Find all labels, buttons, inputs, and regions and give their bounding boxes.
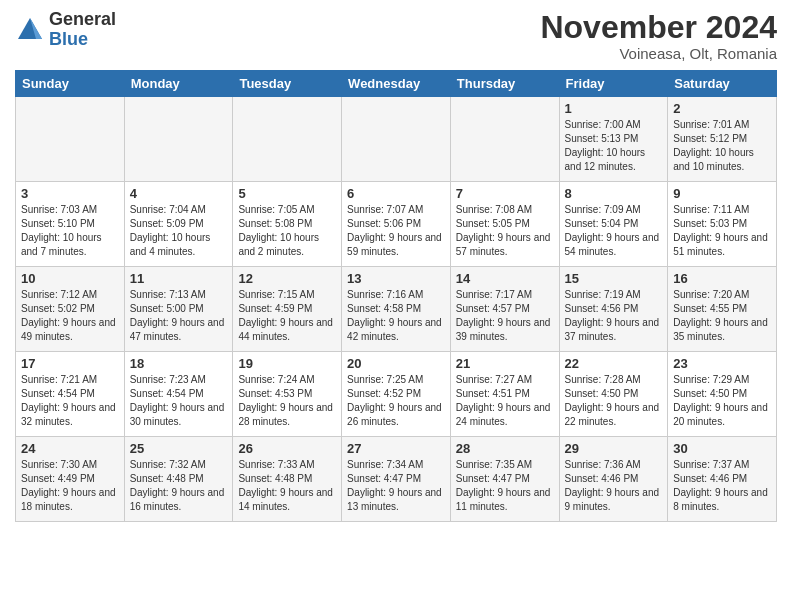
day-number: 23 xyxy=(673,356,771,371)
calendar-cell: 23Sunrise: 7:29 AM Sunset: 4:50 PM Dayli… xyxy=(668,352,777,437)
col-header-friday: Friday xyxy=(559,71,668,97)
col-header-sunday: Sunday xyxy=(16,71,125,97)
calendar-cell: 1Sunrise: 7:00 AM Sunset: 5:13 PM Daylig… xyxy=(559,97,668,182)
calendar-header-row: SundayMondayTuesdayWednesdayThursdayFrid… xyxy=(16,71,777,97)
calendar-cell: 15Sunrise: 7:19 AM Sunset: 4:56 PM Dayli… xyxy=(559,267,668,352)
day-number: 29 xyxy=(565,441,663,456)
calendar-cell xyxy=(16,97,125,182)
logo-text: General Blue xyxy=(49,10,116,50)
calendar-cell: 16Sunrise: 7:20 AM Sunset: 4:55 PM Dayli… xyxy=(668,267,777,352)
calendar-week-row: 17Sunrise: 7:21 AM Sunset: 4:54 PM Dayli… xyxy=(16,352,777,437)
calendar-cell: 20Sunrise: 7:25 AM Sunset: 4:52 PM Dayli… xyxy=(342,352,451,437)
calendar-cell: 26Sunrise: 7:33 AM Sunset: 4:48 PM Dayli… xyxy=(233,437,342,522)
calendar-week-row: 24Sunrise: 7:30 AM Sunset: 4:49 PM Dayli… xyxy=(16,437,777,522)
calendar-cell xyxy=(124,97,233,182)
day-info: Sunrise: 7:28 AM Sunset: 4:50 PM Dayligh… xyxy=(565,373,663,429)
day-info: Sunrise: 7:33 AM Sunset: 4:48 PM Dayligh… xyxy=(238,458,336,514)
day-info: Sunrise: 7:09 AM Sunset: 5:04 PM Dayligh… xyxy=(565,203,663,259)
day-number: 3 xyxy=(21,186,119,201)
logo-general: General xyxy=(49,9,116,29)
day-number: 12 xyxy=(238,271,336,286)
calendar-week-row: 10Sunrise: 7:12 AM Sunset: 5:02 PM Dayli… xyxy=(16,267,777,352)
month-title: November 2024 xyxy=(540,10,777,45)
day-info: Sunrise: 7:21 AM Sunset: 4:54 PM Dayligh… xyxy=(21,373,119,429)
day-info: Sunrise: 7:07 AM Sunset: 5:06 PM Dayligh… xyxy=(347,203,445,259)
day-info: Sunrise: 7:24 AM Sunset: 4:53 PM Dayligh… xyxy=(238,373,336,429)
day-info: Sunrise: 7:36 AM Sunset: 4:46 PM Dayligh… xyxy=(565,458,663,514)
logo-icon xyxy=(15,15,45,45)
day-info: Sunrise: 7:19 AM Sunset: 4:56 PM Dayligh… xyxy=(565,288,663,344)
day-info: Sunrise: 7:12 AM Sunset: 5:02 PM Dayligh… xyxy=(21,288,119,344)
day-number: 4 xyxy=(130,186,228,201)
location: Voineasa, Olt, Romania xyxy=(540,45,777,62)
calendar-cell: 24Sunrise: 7:30 AM Sunset: 4:49 PM Dayli… xyxy=(16,437,125,522)
calendar-cell: 17Sunrise: 7:21 AM Sunset: 4:54 PM Dayli… xyxy=(16,352,125,437)
day-number: 26 xyxy=(238,441,336,456)
day-info: Sunrise: 7:05 AM Sunset: 5:08 PM Dayligh… xyxy=(238,203,336,259)
calendar-cell: 30Sunrise: 7:37 AM Sunset: 4:46 PM Dayli… xyxy=(668,437,777,522)
day-number: 18 xyxy=(130,356,228,371)
calendar-cell: 5Sunrise: 7:05 AM Sunset: 5:08 PM Daylig… xyxy=(233,182,342,267)
calendar-cell: 18Sunrise: 7:23 AM Sunset: 4:54 PM Dayli… xyxy=(124,352,233,437)
calendar-cell: 4Sunrise: 7:04 AM Sunset: 5:09 PM Daylig… xyxy=(124,182,233,267)
day-number: 15 xyxy=(565,271,663,286)
day-number: 1 xyxy=(565,101,663,116)
col-header-saturday: Saturday xyxy=(668,71,777,97)
day-number: 8 xyxy=(565,186,663,201)
day-number: 14 xyxy=(456,271,554,286)
day-info: Sunrise: 7:30 AM Sunset: 4:49 PM Dayligh… xyxy=(21,458,119,514)
day-number: 9 xyxy=(673,186,771,201)
day-number: 5 xyxy=(238,186,336,201)
calendar-cell: 21Sunrise: 7:27 AM Sunset: 4:51 PM Dayli… xyxy=(450,352,559,437)
day-info: Sunrise: 7:01 AM Sunset: 5:12 PM Dayligh… xyxy=(673,118,771,174)
calendar-cell: 13Sunrise: 7:16 AM Sunset: 4:58 PM Dayli… xyxy=(342,267,451,352)
calendar-cell: 14Sunrise: 7:17 AM Sunset: 4:57 PM Dayli… xyxy=(450,267,559,352)
day-info: Sunrise: 7:35 AM Sunset: 4:47 PM Dayligh… xyxy=(456,458,554,514)
col-header-tuesday: Tuesday xyxy=(233,71,342,97)
day-info: Sunrise: 7:25 AM Sunset: 4:52 PM Dayligh… xyxy=(347,373,445,429)
day-number: 28 xyxy=(456,441,554,456)
title-block: November 2024 Voineasa, Olt, Romania xyxy=(540,10,777,62)
col-header-thursday: Thursday xyxy=(450,71,559,97)
calendar-cell: 2Sunrise: 7:01 AM Sunset: 5:12 PM Daylig… xyxy=(668,97,777,182)
header: General Blue November 2024 Voineasa, Olt… xyxy=(15,10,777,62)
calendar-cell: 10Sunrise: 7:12 AM Sunset: 5:02 PM Dayli… xyxy=(16,267,125,352)
day-number: 19 xyxy=(238,356,336,371)
calendar-cell: 12Sunrise: 7:15 AM Sunset: 4:59 PM Dayli… xyxy=(233,267,342,352)
day-number: 20 xyxy=(347,356,445,371)
day-info: Sunrise: 7:03 AM Sunset: 5:10 PM Dayligh… xyxy=(21,203,119,259)
calendar-cell: 6Sunrise: 7:07 AM Sunset: 5:06 PM Daylig… xyxy=(342,182,451,267)
day-number: 25 xyxy=(130,441,228,456)
calendar-cell: 3Sunrise: 7:03 AM Sunset: 5:10 PM Daylig… xyxy=(16,182,125,267)
col-header-wednesday: Wednesday xyxy=(342,71,451,97)
day-info: Sunrise: 7:08 AM Sunset: 5:05 PM Dayligh… xyxy=(456,203,554,259)
calendar-cell: 27Sunrise: 7:34 AM Sunset: 4:47 PM Dayli… xyxy=(342,437,451,522)
day-info: Sunrise: 7:29 AM Sunset: 4:50 PM Dayligh… xyxy=(673,373,771,429)
calendar-week-row: 1Sunrise: 7:00 AM Sunset: 5:13 PM Daylig… xyxy=(16,97,777,182)
day-number: 13 xyxy=(347,271,445,286)
calendar-cell xyxy=(450,97,559,182)
day-number: 22 xyxy=(565,356,663,371)
calendar-cell: 11Sunrise: 7:13 AM Sunset: 5:00 PM Dayli… xyxy=(124,267,233,352)
day-number: 6 xyxy=(347,186,445,201)
calendar-cell: 22Sunrise: 7:28 AM Sunset: 4:50 PM Dayli… xyxy=(559,352,668,437)
page: General Blue November 2024 Voineasa, Olt… xyxy=(0,0,792,532)
col-header-monday: Monday xyxy=(124,71,233,97)
calendar-cell: 29Sunrise: 7:36 AM Sunset: 4:46 PM Dayli… xyxy=(559,437,668,522)
day-number: 24 xyxy=(21,441,119,456)
calendar-table: SundayMondayTuesdayWednesdayThursdayFrid… xyxy=(15,70,777,522)
day-info: Sunrise: 7:15 AM Sunset: 4:59 PM Dayligh… xyxy=(238,288,336,344)
day-info: Sunrise: 7:32 AM Sunset: 4:48 PM Dayligh… xyxy=(130,458,228,514)
day-info: Sunrise: 7:34 AM Sunset: 4:47 PM Dayligh… xyxy=(347,458,445,514)
day-number: 17 xyxy=(21,356,119,371)
calendar-cell: 25Sunrise: 7:32 AM Sunset: 4:48 PM Dayli… xyxy=(124,437,233,522)
day-info: Sunrise: 7:37 AM Sunset: 4:46 PM Dayligh… xyxy=(673,458,771,514)
logo: General Blue xyxy=(15,10,116,50)
calendar-cell xyxy=(233,97,342,182)
calendar-cell: 7Sunrise: 7:08 AM Sunset: 5:05 PM Daylig… xyxy=(450,182,559,267)
day-number: 10 xyxy=(21,271,119,286)
calendar-week-row: 3Sunrise: 7:03 AM Sunset: 5:10 PM Daylig… xyxy=(16,182,777,267)
day-number: 7 xyxy=(456,186,554,201)
day-info: Sunrise: 7:16 AM Sunset: 4:58 PM Dayligh… xyxy=(347,288,445,344)
day-number: 30 xyxy=(673,441,771,456)
